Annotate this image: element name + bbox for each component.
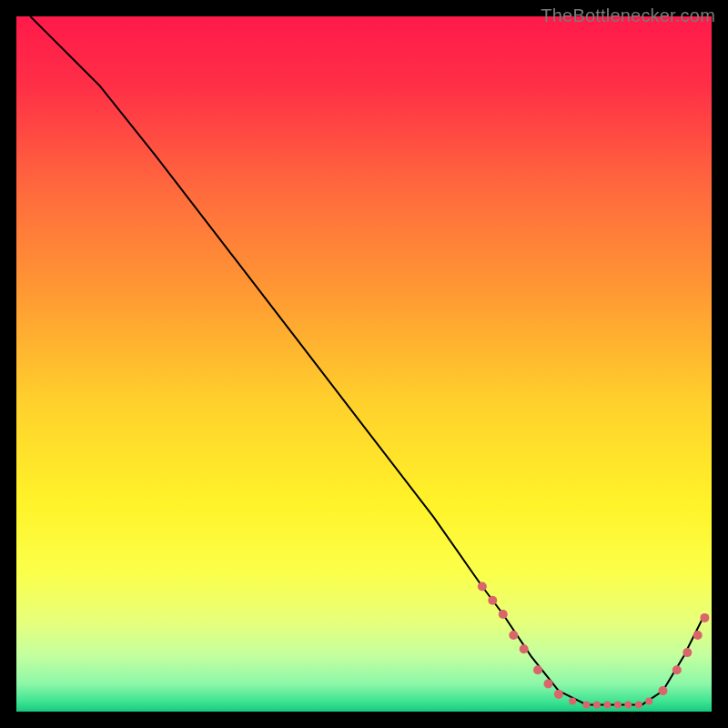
curve-markers xyxy=(478,582,710,709)
data-marker xyxy=(659,686,668,695)
data-marker xyxy=(478,582,487,592)
data-marker xyxy=(645,698,652,705)
data-marker xyxy=(693,631,703,640)
data-marker xyxy=(635,701,642,708)
data-marker xyxy=(682,648,692,657)
chart-curve-layer xyxy=(16,16,712,712)
data-marker xyxy=(554,690,563,699)
data-marker xyxy=(499,610,508,619)
data-marker xyxy=(672,665,682,674)
data-marker xyxy=(533,665,542,674)
data-marker xyxy=(624,701,632,708)
data-marker xyxy=(509,631,518,640)
data-marker xyxy=(614,701,622,708)
data-marker xyxy=(569,698,576,705)
curve-line xyxy=(30,16,704,704)
chart-area xyxy=(16,16,712,712)
data-marker xyxy=(583,701,591,708)
watermark-text: TheBottlenecker.com xyxy=(541,5,715,26)
data-marker xyxy=(520,644,529,653)
data-marker xyxy=(544,679,553,688)
data-marker xyxy=(593,701,601,708)
data-marker xyxy=(700,613,709,622)
data-marker xyxy=(488,596,497,605)
data-marker xyxy=(603,701,611,708)
